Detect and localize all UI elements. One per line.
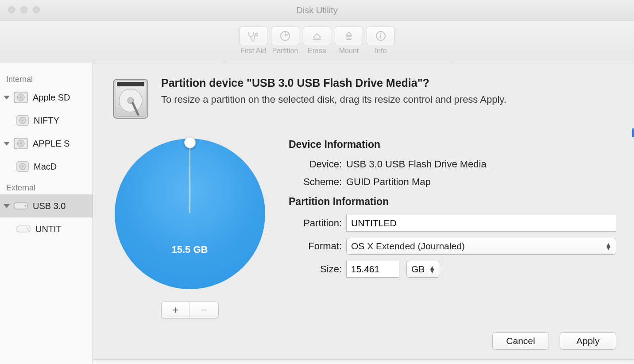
erase-icon — [311, 31, 323, 41]
svg-point-7 — [380, 33, 382, 35]
format-select[interactable]: OS X Extended (Journaled) ▲▼ — [346, 238, 616, 255]
sidebar-item-internal-1-child-0[interactable]: MacD — [0, 155, 93, 178]
stethoscope-icon — [247, 31, 259, 41]
format-label: Format: — [289, 240, 346, 252]
erase-label: Erase — [303, 47, 331, 55]
chevron-up-down-icon: ▲▼ — [429, 266, 435, 273]
size-unit-select[interactable]: GB ▲▼ — [406, 261, 440, 278]
device-value: USB 3.0 USB Flash Drive Media — [346, 159, 616, 170]
partition-label: Partition — [271, 47, 299, 55]
partition-info-heading: Partition Information — [289, 196, 616, 208]
minimize-window-button[interactable] — [20, 6, 27, 13]
mount-label: Mount — [335, 47, 363, 55]
info-icon — [375, 30, 387, 42]
main-content: Partition device "USB 3.0 USB Flash Driv… — [93, 63, 634, 364]
cancel-button[interactable]: Cancel — [492, 332, 549, 350]
remove-partition-button[interactable]: − — [190, 302, 218, 318]
internal-drive-icon — [16, 115, 29, 126]
svg-point-24 — [27, 228, 29, 230]
info-label: Info — [367, 47, 395, 55]
mount-icon — [344, 30, 354, 42]
sheet-subtitle: To resize a partition on the selected di… — [161, 94, 506, 105]
scheme-label: Scheme: — [289, 176, 346, 188]
partition-pie[interactable]: 15.5 GB — [115, 139, 265, 289]
sidebar-item-label: Apple SD — [33, 93, 70, 103]
svg-point-22 — [25, 205, 26, 207]
partition-label: Partition: — [289, 217, 346, 229]
add-partition-button[interactable]: + — [162, 302, 190, 318]
size-label: Size: — [289, 263, 346, 275]
erase-button[interactable] — [303, 27, 331, 45]
window-title: Disk Utility — [0, 5, 634, 15]
svg-point-0 — [255, 33, 258, 36]
partition-button[interactable] — [271, 27, 299, 45]
size-unit-value: GB — [411, 264, 425, 275]
format-select-value: OS X Extended (Journaled) — [351, 241, 465, 252]
info-button[interactable] — [367, 27, 395, 45]
chevron-up-down-icon: ▲▼ — [605, 243, 611, 250]
chevron-down-icon[interactable] — [4, 142, 10, 146]
mount-button[interactable] — [335, 27, 363, 45]
sidebar-item-internal-1[interactable]: APPLE S — [0, 132, 93, 155]
svg-point-20 — [22, 166, 23, 167]
sidebar-item-label: USB 3.0 — [33, 201, 66, 211]
partition-name-input[interactable] — [346, 215, 616, 232]
hard-drive-icon — [111, 77, 151, 121]
device-info-heading: Device Information — [289, 139, 616, 151]
window-controls — [8, 6, 40, 13]
sidebar-item-external-0[interactable]: USB 3.0 — [0, 194, 93, 217]
sidebar: Internal Apple SD NIFTY APPLE S — [0, 63, 93, 364]
chevron-down-icon[interactable] — [4, 96, 10, 100]
first-aid-label: First Aid — [239, 47, 267, 55]
external-drive-icon — [13, 200, 28, 212]
size-input[interactable] — [346, 261, 399, 278]
sidebar-item-internal-0[interactable]: Apple SD — [0, 86, 93, 109]
sheet-title: Partition device "USB 3.0 USB Flash Driv… — [161, 77, 506, 89]
scheme-value: GUID Partition Map — [346, 176, 616, 188]
sidebar-heading-internal: Internal — [0, 72, 93, 86]
apply-button[interactable]: Apply — [560, 332, 616, 350]
zoom-window-button[interactable] — [33, 6, 40, 13]
sidebar-item-label: UNTIT — [35, 224, 62, 234]
internal-drive-icon — [13, 137, 28, 150]
svg-point-11 — [20, 97, 22, 98]
toolbar: First Aid Partition Erase — [0, 21, 634, 63]
partition-resize-handle[interactable] — [184, 137, 196, 148]
internal-drive-icon — [13, 91, 28, 104]
svg-point-14 — [22, 120, 23, 121]
first-aid-button[interactable] — [239, 27, 267, 45]
svg-rect-27 — [117, 82, 144, 86]
sidebar-item-label: NIFTY — [34, 116, 59, 126]
titlebar: Disk Utility — [0, 0, 634, 21]
pie-icon — [279, 30, 291, 42]
sidebar-item-internal-0-child-0[interactable]: NIFTY — [0, 109, 93, 132]
device-label: Device: — [289, 159, 346, 170]
close-window-button[interactable] — [8, 6, 15, 13]
chevron-down-icon[interactable] — [4, 204, 10, 208]
scroll-indicator — [632, 128, 634, 137]
sidebar-item-label: APPLE S — [33, 139, 70, 149]
sidebar-item-label: MacD — [34, 162, 57, 172]
partition-sheet: Partition device "USB 3.0 USB Flash Driv… — [93, 63, 634, 360]
svg-point-17 — [20, 143, 22, 144]
partition-size-label: 15.5 GB — [115, 244, 265, 256]
sidebar-heading-external: External — [0, 181, 93, 194]
sidebar-item-external-0-child-0[interactable]: UNTIT — [0, 217, 93, 240]
external-volume-icon — [16, 223, 31, 235]
partition-add-remove-group: + − — [161, 302, 219, 318]
internal-drive-icon — [16, 161, 29, 172]
